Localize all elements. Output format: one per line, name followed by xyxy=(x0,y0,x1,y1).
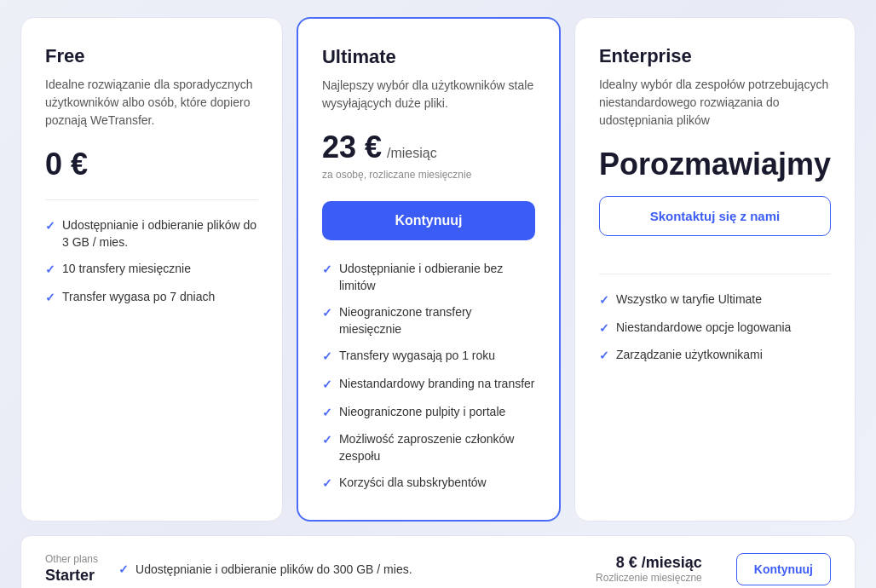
plans-row: Free Idealne rozwiązanie dla sporadyczny… xyxy=(20,17,856,522)
starter-cta-button[interactable]: Kontynuuj xyxy=(736,553,831,585)
check-icon: ✓ xyxy=(322,305,332,322)
check-icon: ✓ xyxy=(45,290,55,307)
list-item: ✓ Udostępnianie i odbieranie bez limitów xyxy=(322,261,535,294)
list-item: ✓ 10 transfery miesięcznie xyxy=(45,261,258,279)
check-icon: ✓ xyxy=(322,377,332,394)
list-item: ✓ Wszystko w taryfie Ultimate xyxy=(599,291,831,309)
ultimate-plan-price: 23 € /miesiąc xyxy=(322,130,535,165)
free-plan-desc: Idealne rozwiązanie dla sporadycznych uż… xyxy=(45,76,258,130)
check-icon: ✓ xyxy=(118,562,129,576)
list-item: ✓ Korzyści dla subskrybentów xyxy=(322,475,535,493)
check-icon: ✓ xyxy=(322,476,332,493)
free-plan-name: Free xyxy=(45,45,258,67)
check-icon: ✓ xyxy=(599,320,609,337)
list-item: ✓ Nieograniczone pulpity i portale xyxy=(322,404,535,422)
other-plans-label: Other plans xyxy=(45,553,98,565)
check-icon: ✓ xyxy=(322,262,332,279)
other-plans-section: Other plans Starter xyxy=(45,553,98,585)
list-item: ✓ Transfery wygasają po 1 roku xyxy=(322,348,535,366)
check-icon: ✓ xyxy=(599,348,609,365)
enterprise-cta-button[interactable]: Skontaktuj się z nami xyxy=(599,196,831,236)
ultimate-cta-button[interactable]: Kontynuuj xyxy=(322,201,535,240)
check-icon: ✓ xyxy=(322,349,332,366)
check-icon: ✓ xyxy=(322,432,332,449)
ultimate-plan-desc: Najlepszy wybór dla użytkowników stale w… xyxy=(322,77,535,112)
plan-card-free: Free Idealne rozwiązanie dla sporadyczny… xyxy=(20,17,283,522)
list-item: ✓ Udostępnianie i odbieranie plików do 3… xyxy=(45,217,258,251)
enterprise-plan-name: Enterprise xyxy=(599,45,831,67)
ultimate-plan-name: Ultimate xyxy=(322,46,535,68)
list-item: ✓ Niestandardowe opcje logowania xyxy=(599,320,831,337)
list-item: ✓ Niestandardowy branding na transfer xyxy=(322,376,535,394)
starter-plan-name: Starter xyxy=(45,567,98,585)
main-content: Free Idealne rozwiązanie dla sporadyczny… xyxy=(20,17,856,588)
check-icon: ✓ xyxy=(322,405,332,422)
starter-price-area: 8 € /miesiąc Rozliczenie miesięczne xyxy=(596,554,702,584)
ultimate-price-period: /miesiąc xyxy=(387,146,437,161)
list-item: ✓ Transfer wygasa po 7 dniach xyxy=(45,289,258,307)
plan-card-enterprise: Enterprise Idealny wybór dla zespołów po… xyxy=(574,17,856,522)
check-icon: ✓ xyxy=(45,218,55,235)
enterprise-features-list: ✓ Wszystko w taryfie Ultimate ✓ Niestand… xyxy=(599,291,831,365)
enterprise-divider xyxy=(599,274,831,274)
free-plan-price: 0 € xyxy=(45,147,258,182)
ultimate-features-list: ✓ Udostępnianie i odbieranie bez limitów… xyxy=(322,261,535,493)
plan-card-ultimate: Ultimate Najlepszy wybór dla użytkownikó… xyxy=(297,17,561,522)
starter-price: 8 € /miesiąc xyxy=(596,554,702,572)
free-features-list: ✓ Udostępnianie i odbieranie plików do 3… xyxy=(45,217,258,306)
check-icon: ✓ xyxy=(45,262,55,279)
ultimate-price-note: za osobę, rozliczane miesięcznie xyxy=(322,169,535,181)
enterprise-headline: Porozmawiajmy xyxy=(599,147,831,182)
free-divider xyxy=(45,199,258,200)
list-item: ✓ Nieograniczone transfery miesięcznie xyxy=(322,304,535,337)
enterprise-plan-desc: Idealny wybór dla zespołów potrzebującyc… xyxy=(599,76,831,130)
starter-price-note: Rozliczenie miesięczne xyxy=(596,572,702,584)
list-item: ✓ Możliwość zaproszenie członków zespołu xyxy=(322,431,535,464)
list-item: ✓ Zarządzanie użytkownikami xyxy=(599,347,831,365)
starter-feature: ✓ Udostępnianie i odbieranie plików do 3… xyxy=(118,562,575,576)
bottom-bar: Other plans Starter ✓ Udostępnianie i od… xyxy=(20,535,856,588)
check-icon: ✓ xyxy=(599,292,609,309)
